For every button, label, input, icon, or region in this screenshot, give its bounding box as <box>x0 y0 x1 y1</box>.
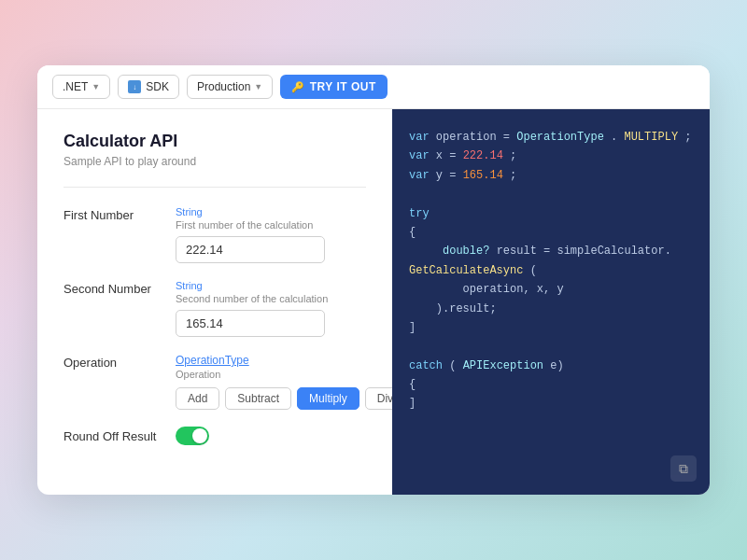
operation-sub-label: Operation <box>176 369 392 380</box>
key-icon: 🔑 <box>291 81 305 93</box>
environment-label: Production <box>197 80 250 93</box>
left-panel: Calculator API Sample API to play around… <box>37 109 392 495</box>
code-block: var operation = OperationType . MULTIPLY… <box>409 128 693 413</box>
op-add-button[interactable]: Add <box>176 387 219 410</box>
operation-buttons: Add Subtract Multiply Divide <box>176 387 392 410</box>
copy-button[interactable]: ⧉ <box>670 455 697 482</box>
language-chevron-icon: ▼ <box>92 82 100 91</box>
divider <box>63 187 366 188</box>
api-title: Calculator API <box>63 132 366 151</box>
first-number-input[interactable] <box>176 236 325 263</box>
sdk-icon: ↓ <box>128 80 141 93</box>
language-dropdown[interactable]: .NET ▼ <box>52 75 110 99</box>
environment-dropdown[interactable]: Production ▼ <box>187 75 273 99</box>
second-number-type: String <box>176 280 366 291</box>
code-line-2: var x = 222.14 ; <box>409 147 693 165</box>
code-line-6: { <box>409 223 693 242</box>
round-off-row: Round Off Result <box>63 427 366 445</box>
main-card: .NET ▼ ↓ SDK Production ▼ 🔑 TRY IT OUT C… <box>37 65 710 495</box>
code-line-9: ).result; <box>409 300 693 318</box>
first-number-content: String First number of the calculation <box>176 206 366 263</box>
op-subtract-button[interactable]: Subtract <box>225 387 291 410</box>
code-line-10: ] <box>409 318 693 337</box>
sdk-label: SDK <box>146 80 169 93</box>
round-off-toggle[interactable] <box>176 427 209 445</box>
operation-label: Operation <box>63 354 176 410</box>
round-off-label: Round Off Result <box>63 429 176 443</box>
code-line-8: operation, x, y <box>409 280 693 299</box>
code-line-3: var y = 165.14 ; <box>409 166 693 185</box>
operation-field-row: Operation OperationType Operation Add Su… <box>63 354 366 410</box>
language-label: .NET <box>63 80 88 93</box>
try-label: TRY IT OUT <box>310 80 376 93</box>
toolbar: .NET ▼ ↓ SDK Production ▼ 🔑 TRY IT OUT <box>37 65 710 109</box>
code-line-14: ] <box>409 394 693 413</box>
second-number-label: Second Number <box>63 280 176 337</box>
operation-content: OperationType Operation Add Subtract Mul… <box>176 354 392 410</box>
code-line-5: try <box>409 204 693 223</box>
code-line-12: catch ( APIException e) <box>409 357 693 375</box>
first-number-label: First Number <box>63 206 176 263</box>
code-line-1: var operation = OperationType . MULTIPLY… <box>409 128 693 147</box>
op-multiply-button[interactable]: Multiply <box>297 387 359 410</box>
api-subtitle: Sample API to play around <box>63 155 366 168</box>
second-number-content: String Second number of the calculation <box>176 280 366 337</box>
toolbar-left: .NET ▼ ↓ SDK Production ▼ <box>52 75 273 99</box>
operation-type-link[interactable]: OperationType <box>176 354 392 367</box>
second-number-input[interactable] <box>176 310 325 337</box>
content-area: Calculator API Sample API to play around… <box>37 109 710 495</box>
sdk-button[interactable]: ↓ SDK <box>118 75 179 99</box>
toggle-knob <box>192 428 207 443</box>
second-number-field-row: Second Number String Second number of th… <box>63 280 366 337</box>
right-panel: var operation = OperationType . MULTIPLY… <box>392 109 710 495</box>
try-it-out-button[interactable]: 🔑 TRY IT OUT <box>280 75 388 99</box>
first-number-type: String <box>176 206 366 217</box>
second-number-description: Second number of the calculation <box>176 293 366 304</box>
env-chevron-icon: ▼ <box>254 82 262 91</box>
first-number-description: First number of the calculation <box>176 219 366 231</box>
code-line-7: double? result = simpleCalculator. GetCa… <box>409 242 693 280</box>
code-line-13: { <box>409 375 693 394</box>
op-divide-button[interactable]: Divide <box>365 387 392 410</box>
first-number-field-row: First Number String First number of the … <box>63 206 366 263</box>
